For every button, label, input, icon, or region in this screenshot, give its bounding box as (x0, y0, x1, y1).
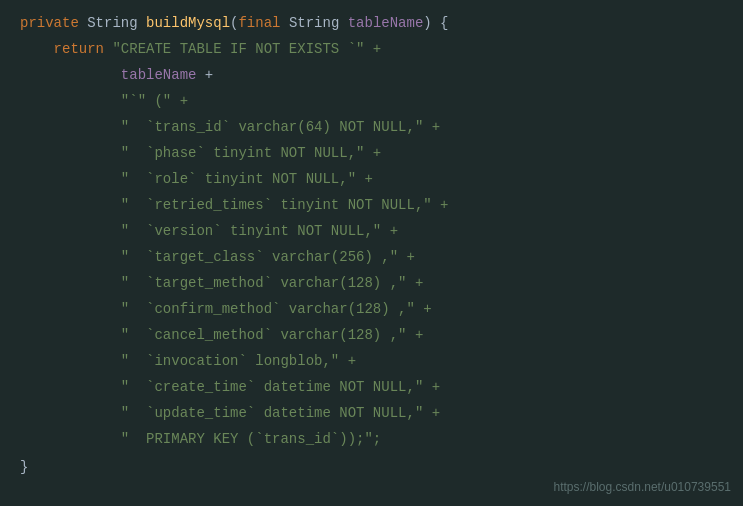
code-line-9: ············" `version` tinyint NOT NULL… (20, 218, 743, 244)
string-phase: " `phase` tinyint NOT NULL," + (121, 140, 381, 166)
param-type: String (289, 10, 348, 36)
brace-text: } (20, 452, 28, 482)
string-target-class: " `target_class` varchar(256) ," + (121, 244, 415, 270)
code-line-17: ············" PRIMARY KEY (`trans_id`));… (20, 426, 743, 452)
var-tablename: tableName (121, 62, 197, 88)
string-target-method: " `target_method` varchar(128) ," + (121, 270, 423, 296)
keyword-private: private (20, 10, 87, 36)
code-line-6: ············" `phase` tinyint NOT NULL,"… (20, 140, 743, 166)
string-create-time: " `create_time` datetime NOT NULL," + (121, 374, 440, 400)
string-retried-times: " `retried_times` tinyint NOT NULL," + (121, 192, 449, 218)
string-version: " `version` tinyint NOT NULL," + (121, 218, 398, 244)
plus-op: + (196, 62, 213, 88)
string-trans-id: " `trans_id` varchar(64) NOT NULL," + (121, 114, 440, 140)
code-line-13: ············" `cancel_method` varchar(12… (20, 322, 743, 348)
type-string: String (87, 10, 146, 36)
code-line-15: ············" `create_time` datetime NOT… (20, 374, 743, 400)
paren-close: ) { (423, 10, 448, 36)
method-name: buildMysql (146, 10, 230, 36)
closing-brace: } (20, 452, 743, 482)
code-line-11: ············" `target_method` varchar(12… (20, 270, 743, 296)
code-line-1: private String buildMysql(final String t… (20, 10, 743, 36)
code-line-8: ············" `retried_times` tinyint NO… (20, 192, 743, 218)
string-create: "CREATE TABLE IF NOT EXISTS `" + (112, 36, 381, 62)
string-role: " `role` tinyint NOT NULL," + (121, 166, 373, 192)
code-line-12: ············" `confirm_method` varchar(1… (20, 296, 743, 322)
code-line-5: ············" `trans_id` varchar(64) NOT… (20, 114, 743, 140)
string-invocation: " `invocation` longblob," + (121, 348, 356, 374)
code-container: private String buildMysql(final String t… (0, 0, 743, 506)
string-primary-key: " PRIMARY KEY (`trans_id`));"; (121, 426, 381, 452)
keyword-final: final (238, 10, 288, 36)
code-line-10: ············" `target_class` varchar(256… (20, 244, 743, 270)
code-line-7: ············" `role` tinyint NOT NULL," … (20, 166, 743, 192)
code-line-14: ············" `invocation` longblob," + (20, 348, 743, 374)
string-confirm-method: " `confirm_method` varchar(128) ," + (121, 296, 432, 322)
string-cancel-method: " `cancel_method` varchar(128) ," + (121, 322, 423, 348)
watermark: https://blog.csdn.net/u010739551 (554, 480, 731, 494)
paren-open: ( (230, 10, 238, 36)
param-name: tableName (348, 10, 424, 36)
keyword-return: return (54, 36, 113, 62)
code-line-4: ············"`" (" + (20, 88, 743, 114)
code-line-16: ············" `update_time` datetime NOT… (20, 400, 743, 426)
code-line-3: ············tableName + (20, 62, 743, 88)
string-backtick-paren: "`" (" + (121, 88, 188, 114)
string-update-time: " `update_time` datetime NOT NULL," + (121, 400, 440, 426)
code-line-2: ····return "CREATE TABLE IF NOT EXISTS `… (20, 36, 743, 62)
